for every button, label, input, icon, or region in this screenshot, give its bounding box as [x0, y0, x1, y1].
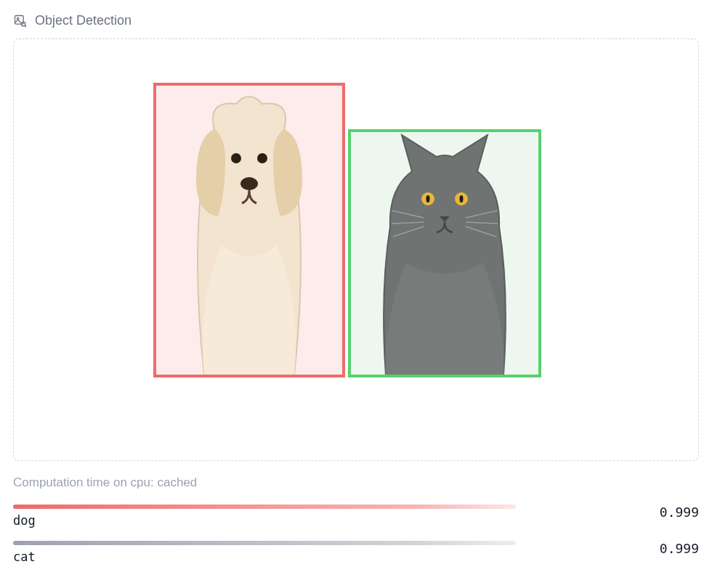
detection-canvas[interactable] — [13, 38, 699, 461]
result-label: cat — [13, 550, 522, 564]
detected-object-dog[interactable] — [153, 83, 345, 377]
result-label: dog — [13, 513, 522, 528]
confidence-bar-dog — [13, 505, 516, 509]
result-row: cat 0.999 — [13, 541, 699, 564]
svg-point-6 — [240, 177, 258, 190]
result-left: cat — [13, 541, 522, 564]
detected-object-cat[interactable] — [348, 129, 541, 377]
confidence-bar-cat — [13, 541, 516, 545]
result-left: dog — [13, 505, 522, 528]
svg-point-9 — [426, 195, 430, 203]
image-search-icon — [13, 14, 28, 28]
result-score: 0.999 — [660, 541, 699, 556]
panel-header: Object Detection — [13, 13, 699, 28]
svg-point-4 — [231, 153, 241, 163]
result-row: dog 0.999 — [13, 505, 699, 528]
panel-title: Object Detection — [35, 13, 132, 28]
svg-point-10 — [460, 195, 464, 203]
svg-line-3 — [25, 25, 26, 27]
result-score: 0.999 — [660, 505, 699, 520]
svg-point-5 — [257, 153, 267, 163]
status-text: Computation time on cpu: cached — [13, 475, 699, 490]
